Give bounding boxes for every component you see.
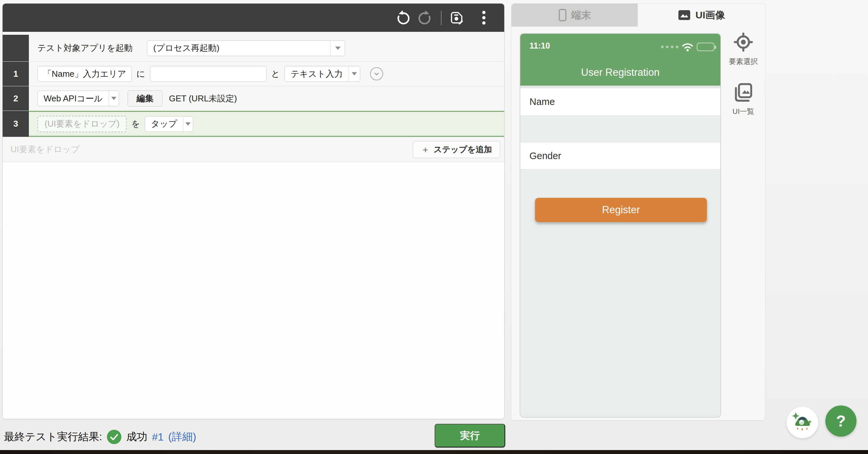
rows-top-gap (3, 32, 504, 35)
phone-icon (558, 8, 567, 22)
phone-status-icons (661, 42, 714, 52)
caret-down-icon (185, 122, 191, 126)
caret-down-icon (335, 47, 341, 50)
preview-tool-rail: 要素選択 UI一覧 (721, 32, 766, 132)
device-preview-panel: 端末 UI画像 11:10 (511, 3, 765, 421)
steps-toolbar (3, 4, 504, 32)
step-row-launch: テスト対象アプリを起動 (プロセス再起動) (3, 35, 504, 62)
help-button[interactable]: ? (825, 405, 857, 436)
phone-row-gap (520, 116, 720, 142)
caret-down-icon (352, 72, 357, 75)
rail-label-element-select: 要素選択 (729, 57, 758, 67)
step-drop-zone[interactable]: UI要素をドロップ ＋ ステップを追加 (3, 137, 504, 162)
text-value-input[interactable] (150, 66, 267, 82)
rail-item-ui-list[interactable]: UI一覧 (733, 82, 754, 117)
preview-tabs: 端末 UI画像 (512, 4, 765, 27)
step-row-3-selected: 3 (UI要素をドロップ) を タップ (3, 111, 504, 137)
edit-api-button[interactable]: 編集 (128, 90, 162, 107)
element-drop-placeholder-text: (UI要素をドロップ) (44, 118, 119, 129)
phone-status-nav-bar: 11:10 User Registration (520, 34, 720, 86)
launch-mode-dropdown[interactable]: (プロセス再起動) (147, 40, 345, 56)
dropdown-arrow-zone[interactable] (330, 41, 345, 56)
app-window: テスト対象アプリを起動 (プロセス再起動) 1 「Name」入力エリア に と … (0, 0, 868, 454)
element-drop-placeholder[interactable]: (UI要素をドロップ) (37, 116, 127, 132)
action-dropdown-step3[interactable]: タップ (145, 116, 193, 132)
phone-register-button[interactable]: Register (535, 198, 707, 222)
tab-device[interactable]: 端末 (512, 4, 638, 27)
phone-clock: 11:10 (529, 41, 550, 51)
desktop-edge-strip (0, 450, 868, 454)
steps-empty-area (3, 162, 504, 419)
undo-icon[interactable] (396, 10, 411, 26)
kebab-menu-icon[interactable] (479, 10, 489, 26)
last-run-label: 最終テスト実行結果: (4, 430, 102, 444)
particle-to: と (271, 68, 280, 80)
launch-mode-value: (プロセス再起動) (147, 42, 225, 54)
step-number: 2 (3, 86, 29, 111)
assistant-mascot-button[interactable] (787, 407, 818, 438)
wifi-icon (682, 42, 693, 52)
plus-icon: ＋ (421, 144, 430, 155)
phone-field-name-label: Name (529, 96, 555, 107)
test-steps-panel: テスト対象アプリを起動 (プロセス再起動) 1 「Name」入力エリア に と … (2, 3, 504, 419)
step-row-2: 2 Web APIコール 編集 GET (URL未設定) (3, 86, 504, 111)
cellular-signal-icon (661, 46, 678, 48)
image-icon (678, 9, 691, 21)
dropdown-arrow-zone[interactable] (108, 91, 119, 106)
rail-label-ui-list: UI一覧 (733, 107, 754, 117)
toolbar-divider (441, 11, 441, 25)
step-gutter (3, 35, 29, 61)
ui-list-icon (733, 82, 754, 103)
save-edit-icon[interactable] (449, 10, 465, 26)
launch-step-label: テスト対象アプリを起動 (37, 42, 132, 54)
expand-options-button[interactable] (370, 67, 383, 80)
run-number-link[interactable]: #1 (152, 431, 164, 443)
result-text: 成功 (126, 430, 147, 444)
target-icon (733, 32, 754, 54)
phone-nav-title: User Registration (520, 67, 720, 79)
redo-icon[interactable] (416, 10, 432, 26)
ui-element-name: 「Name」入力エリア (43, 68, 126, 80)
phone-header-seam (520, 86, 720, 88)
success-check-icon (106, 429, 122, 445)
add-step-label: ステップを追加 (434, 144, 492, 155)
action-value: タップ (145, 118, 183, 129)
rail-item-element-select[interactable]: 要素選択 (729, 32, 758, 67)
action-dropdown-step1[interactable]: テキスト入力 (284, 66, 360, 82)
ui-element-button[interactable]: 「Name」入力エリア (37, 66, 132, 82)
drop-zone-placeholder: UI要素をドロップ (10, 144, 80, 155)
battery-icon (697, 43, 714, 51)
last-run-status-bar: 最終テスト実行結果: 成功 #1 (詳細) (4, 427, 196, 447)
detail-link[interactable]: (詳細) (168, 430, 196, 444)
tab-ui-image[interactable]: UI画像 (638, 4, 765, 27)
particle-wo: を (131, 118, 140, 129)
particle-ni: に (136, 68, 145, 80)
action-value: Web APIコール (38, 93, 108, 104)
add-step-button[interactable]: ＋ ステップを追加 (413, 141, 500, 158)
step-number: 1 (3, 62, 29, 86)
tab-ui-image-label: UI画像 (695, 8, 725, 22)
action-value: テキスト入力 (285, 68, 348, 80)
run-button[interactable]: 実行 (435, 424, 505, 448)
api-summary-text: GET (URL未設定) (169, 93, 237, 104)
step-row-1: 1 「Name」入力エリア に と テキスト入力 (3, 62, 504, 86)
tab-device-label: 端末 (571, 8, 591, 22)
chevron-down-icon (373, 70, 380, 78)
caret-down-icon (111, 97, 117, 100)
help-question-mark: ? (836, 412, 846, 430)
phone-screenshot-preview: 11:10 User Registration Name Gend (520, 33, 721, 418)
phone-field-name[interactable]: Name (520, 88, 720, 116)
dropdown-arrow-zone[interactable] (183, 117, 193, 131)
phone-field-gender[interactable]: Gender (520, 142, 720, 170)
action-dropdown-step2[interactable]: Web APIコール (37, 91, 119, 106)
phone-field-gender-label: Gender (529, 151, 561, 161)
dropdown-arrow-zone[interactable] (349, 66, 360, 81)
step-number: 3 (3, 111, 29, 137)
mascot-ufo-icon (790, 411, 814, 434)
